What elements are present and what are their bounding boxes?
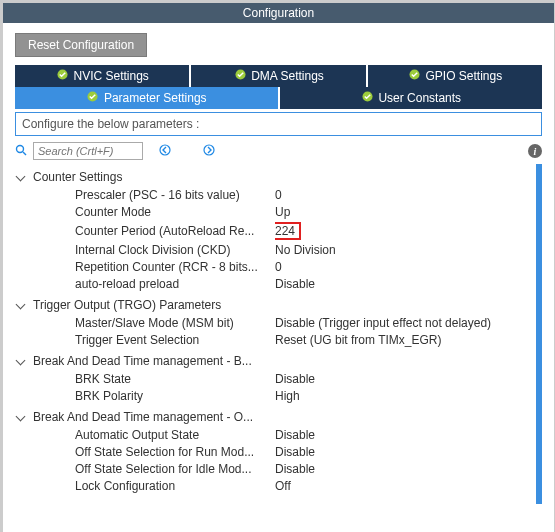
chevron-down-icon	[15, 412, 25, 422]
prev-icon[interactable]	[159, 144, 171, 159]
check-icon	[233, 69, 247, 83]
parameter-group: Break And Dead Time management - B...BRK…	[15, 352, 532, 404]
parameter-row[interactable]: BRK StateDisable	[15, 370, 532, 387]
parameter-group: Trigger Output (TRGO) ParametersMaster/S…	[15, 296, 532, 348]
group-header[interactable]: Break And Dead Time management - O...	[15, 408, 532, 426]
group-title: Break And Dead Time management - O...	[29, 410, 253, 424]
parameter-label: Master/Slave Mode (MSM bit)	[15, 316, 275, 330]
check-icon	[86, 91, 100, 105]
parameter-row[interactable]: Master/Slave Mode (MSM bit)Disable (Trig…	[15, 314, 532, 331]
chevron-down-icon	[15, 172, 25, 182]
parameter-label: Prescaler (PSC - 16 bits value)	[15, 188, 275, 202]
parameter-label: Counter Period (AutoReload Re...	[15, 224, 275, 238]
svg-point-5	[17, 145, 24, 152]
parameter-value[interactable]: Disable	[275, 277, 532, 291]
tab-label: NVIC Settings	[73, 69, 148, 83]
parameter-label: Off State Selection for Idle Mod...	[15, 462, 275, 476]
parameter-row[interactable]: Off State Selection for Idle Mod...Disab…	[15, 460, 532, 477]
parameter-row[interactable]: BRK PolarityHigh	[15, 387, 532, 404]
parameter-value[interactable]: Off	[275, 479, 532, 493]
group-title: Break And Dead Time management - B...	[29, 354, 252, 368]
parameter-label: BRK Polarity	[15, 389, 275, 403]
parameter-row[interactable]: Internal Clock Division (CKD)No Division	[15, 241, 532, 258]
parameter-row[interactable]: Automatic Output StateDisable	[15, 426, 532, 443]
tabs-row-1: NVIC Settings DMA Settings GPIO Settings	[15, 65, 542, 87]
parameter-group: Break And Dead Time management - O...Aut…	[15, 408, 532, 494]
parameter-tree[interactable]: Counter SettingsPrescaler (PSC - 16 bits…	[15, 164, 542, 504]
svg-point-8	[204, 145, 214, 155]
tab-label: Parameter Settings	[104, 91, 207, 105]
info-icon[interactable]: i	[528, 144, 542, 158]
parameter-value[interactable]: Disable	[275, 428, 532, 442]
parameter-value[interactable]: Disable	[275, 372, 532, 386]
parameter-label: Lock Configuration	[15, 479, 275, 493]
tab-label: User Constants	[378, 91, 461, 105]
parameter-row[interactable]: Counter ModeUp	[15, 203, 532, 220]
parameter-value[interactable]: No Division	[275, 243, 532, 257]
tab-user-constants[interactable]: User Constants	[280, 87, 543, 109]
chevron-down-icon	[15, 300, 25, 310]
group-header[interactable]: Counter Settings	[15, 168, 532, 186]
parameter-label: Repetition Counter (RCR - 8 bits...	[15, 260, 275, 274]
parameter-value[interactable]: Disable	[275, 445, 532, 459]
panel-title: Configuration	[3, 3, 554, 23]
tab-gpio-settings[interactable]: GPIO Settings	[368, 65, 542, 87]
parameter-row[interactable]: Off State Selection for Run Mod...Disabl…	[15, 443, 532, 460]
description-bar: Configure the below parameters :	[15, 112, 542, 136]
config-panel: Configuration Reset Configuration NVIC S…	[0, 0, 555, 532]
parameter-row[interactable]: Trigger Event SelectionReset (UG bit fro…	[15, 331, 532, 348]
tabs-row-2: Parameter Settings User Constants	[15, 87, 542, 109]
parameter-label: Off State Selection for Run Mod...	[15, 445, 275, 459]
parameter-value[interactable]: Up	[275, 205, 532, 219]
parameter-value[interactable]: 0	[275, 260, 532, 274]
check-icon	[55, 69, 69, 83]
group-header[interactable]: Break And Dead Time management - B...	[15, 352, 532, 370]
parameter-row[interactable]: Prescaler (PSC - 16 bits value)0	[15, 186, 532, 203]
check-icon	[407, 69, 421, 83]
parameter-row[interactable]: auto-reload preloadDisable	[15, 275, 532, 292]
tab-label: DMA Settings	[251, 69, 324, 83]
parameter-value[interactable]: Disable (Trigger input effect not delaye…	[275, 316, 532, 330]
svg-line-6	[23, 152, 26, 155]
parameter-label: BRK State	[15, 372, 275, 386]
chevron-down-icon	[15, 356, 25, 366]
parameter-row[interactable]: Counter Period (AutoReload Re...224	[15, 220, 532, 241]
tab-nvic-settings[interactable]: NVIC Settings	[15, 65, 189, 87]
parameter-value[interactable]: 224	[275, 222, 532, 240]
next-icon[interactable]	[203, 144, 215, 159]
search-icon[interactable]	[15, 144, 27, 159]
group-title: Trigger Output (TRGO) Parameters	[29, 298, 221, 312]
svg-point-7	[160, 145, 170, 155]
parameter-label: Counter Mode	[15, 205, 275, 219]
parameter-label: auto-reload preload	[15, 277, 275, 291]
parameter-value[interactable]: High	[275, 389, 532, 403]
parameter-label: Internal Clock Division (CKD)	[15, 243, 275, 257]
group-title: Counter Settings	[29, 170, 122, 184]
group-header[interactable]: Trigger Output (TRGO) Parameters	[15, 296, 532, 314]
tab-parameter-settings[interactable]: Parameter Settings	[15, 87, 278, 109]
parameter-value[interactable]: 0	[275, 188, 532, 202]
parameter-value[interactable]: Reset (UG bit from TIMx_EGR)	[275, 333, 532, 347]
parameter-row[interactable]: Repetition Counter (RCR - 8 bits...0	[15, 258, 532, 275]
parameter-group: Counter SettingsPrescaler (PSC - 16 bits…	[15, 168, 532, 292]
parameter-label: Trigger Event Selection	[15, 333, 275, 347]
tab-dma-settings[interactable]: DMA Settings	[191, 65, 365, 87]
check-icon	[360, 91, 374, 105]
parameter-label: Automatic Output State	[15, 428, 275, 442]
parameter-row[interactable]: Lock ConfigurationOff	[15, 477, 532, 494]
tab-label: GPIO Settings	[425, 69, 502, 83]
search-row: i	[15, 142, 542, 160]
highlighted-value: 224	[275, 222, 301, 240]
search-input[interactable]	[33, 142, 143, 160]
parameter-value[interactable]: Disable	[275, 462, 532, 476]
top-button-row: Reset Configuration	[3, 23, 554, 65]
reset-configuration-button[interactable]: Reset Configuration	[15, 33, 147, 57]
